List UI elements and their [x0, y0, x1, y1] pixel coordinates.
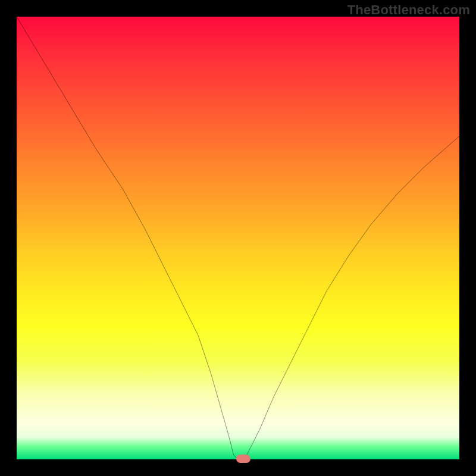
watermark-text: TheBottleneck.com: [347, 2, 470, 18]
chart-frame: TheBottleneck.com: [0, 0, 476, 476]
curve-path: [17, 17, 459, 459]
plot-area: [17, 17, 459, 459]
optimal-point-marker: [236, 455, 250, 463]
bottleneck-curve: [17, 17, 459, 459]
